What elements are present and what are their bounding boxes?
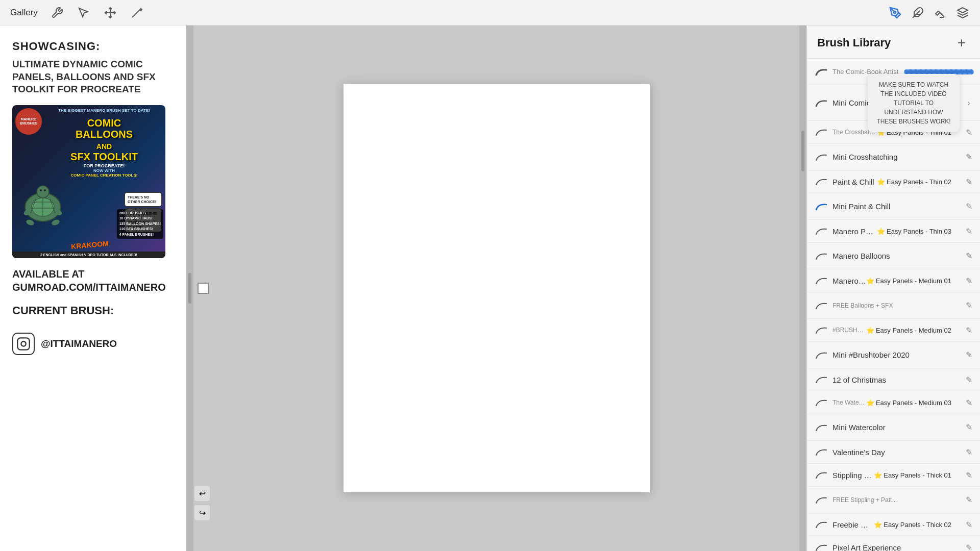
brush-edit-icon[interactable]: ✎ [964, 300, 974, 311]
instagram-row: @ittaimanero [12, 333, 174, 355]
brush-name: Valentine's Day [832, 448, 964, 457]
easy-panel-label: ⭐ Easy Panels - Thick 01 [874, 471, 964, 479]
easy-panel-label: ⭐ Easy Panels - Medium 02 [866, 327, 964, 334]
brush-edit-icon[interactable]: ✎ [964, 495, 974, 505]
brush-stroke-icon [813, 248, 829, 264]
brush-stroke-icon [813, 322, 829, 338]
canvas-checkbox[interactable] [198, 283, 209, 294]
brush-name: 12 of Christmas [832, 375, 964, 384]
list-item[interactable]: Freebie Of The Month ⭐ Easy Panels - Thi… [807, 513, 980, 536]
brush-edit-icon[interactable]: ✎ [964, 152, 974, 162]
brush-edit-icon[interactable]: › [964, 98, 974, 108]
list-item[interactable]: Mini Paint & Chill ✎ [807, 193, 980, 220]
brush-stroke-icon [813, 173, 829, 190]
brush-edit-icon[interactable]: ✎ [964, 177, 974, 187]
list-item[interactable]: #BRUSHTOBER 2020 ⭐ Easy Panels - Medium … [807, 319, 980, 342]
brush-edit-icon[interactable]: ✎ [964, 397, 974, 408]
brush-stroke-icon [813, 444, 829, 460]
brush-name: Stippling + Patterns [832, 471, 874, 480]
gallery-button[interactable]: Gallery [10, 8, 38, 18]
list-item[interactable]: Valentine's Day ✎ [807, 441, 980, 464]
brush-stroke-icon [813, 394, 829, 411]
brush-name: Mini Paint & Chill [832, 202, 964, 211]
brush-edit-icon[interactable]: ✎ [964, 447, 974, 457]
brush-stroke-icon [813, 124, 829, 140]
brush-stroke-icon [813, 272, 829, 289]
svg-point-9 [37, 186, 49, 198]
undo-button[interactable]: ↩ [194, 486, 210, 501]
brush-edit-icon[interactable]: ✎ [964, 251, 974, 261]
selection-icon[interactable] [77, 6, 91, 20]
eraser-icon[interactable] [933, 6, 947, 20]
brush-edit-icon[interactable]: ✎ [964, 325, 974, 335]
brush-stroke-icon [813, 198, 829, 215]
comic-main-title: COMICBALLOONSANDSFX TOOLKIT [46, 117, 162, 162]
brush-library-panel: Brush Library + The Comic-Book Artist [806, 26, 980, 551]
pencil-icon[interactable] [130, 6, 144, 20]
list-item[interactable]: FREE Balloons + SFX ✎ [807, 292, 980, 319]
brush-name: #BRUSHTOBER 2020 [832, 327, 866, 334]
canvas-right-bar [799, 26, 806, 551]
current-brush-label: Current Brush: [12, 304, 174, 317]
brush-stroke-icon [813, 95, 829, 111]
transform-icon[interactable] [103, 6, 117, 20]
brush-stroke-icon [813, 516, 829, 533]
brush-stroke-icon [813, 297, 829, 314]
pen-tool-icon[interactable] [888, 6, 902, 20]
wrench-icon[interactable] [50, 6, 64, 20]
list-item[interactable]: 12 of Christmas ✎ [807, 368, 980, 391]
manero-badge: MANEROBRUSHES [19, 116, 38, 127]
product-title: Ultimate Dynamic Comic Panels, Balloons … [12, 58, 174, 96]
brush-edit-icon[interactable]: ✎ [964, 350, 974, 360]
easy-panel-label: ⭐ Easy Panels - Medium 01 [866, 277, 964, 285]
brush-edit-icon[interactable]: ✎ [964, 519, 974, 530]
list-item[interactable]: Paint & Chill ⭐ Easy Panels - Thin 02 ✎ [807, 170, 980, 193]
size-slider[interactable] [188, 273, 191, 304]
list-item[interactable]: Stippling + Patterns ⭐ Easy Panels - Thi… [807, 464, 980, 487]
opacity-slider[interactable] [801, 131, 804, 171]
redo-button[interactable]: ↪ [194, 505, 210, 520]
brush-edit-icon[interactable]: ✎ [964, 202, 974, 212]
brush-add-button[interactable]: + [953, 35, 970, 51]
brush-edit-icon[interactable]: ✎ [964, 470, 974, 480]
instagram-handle: @ittaimanero [41, 338, 117, 349]
list-item[interactable]: The Watercolor Exper... ⭐ Easy Panels - … [807, 391, 980, 414]
svg-point-11 [44, 189, 46, 191]
brush-name: Mini #Brushtober 2020 [832, 350, 964, 359]
canvas-area: ↩ ↪ [186, 26, 806, 551]
list-item[interactable]: Mini Watercolor ✎ [807, 414, 980, 441]
brush-stroke-icon [813, 64, 829, 80]
svg-point-3 [894, 11, 896, 13]
brush-name: FREE Balloons + SFX [832, 302, 964, 309]
main-content: Showcasing: Ultimate Dynamic Comic Panel… [0, 26, 980, 551]
canvas-left-bar [186, 26, 193, 551]
brush-edit-icon[interactable]: ✎ [964, 276, 974, 286]
brush-stroke-icon [813, 539, 829, 551]
brush-list: The Comic-Book Artist Mini Comic Set MAK… [807, 59, 980, 551]
brush-edit-icon[interactable]: ✎ [964, 127, 974, 137]
list-item[interactable]: Manero Balloons ✎ [807, 243, 980, 269]
easy-panel-label: ⭐ Easy Panels - Thin 02 [877, 178, 964, 186]
list-item[interactable]: Mini Comic Set MAKE SURE TO WATCH THE IN… [807, 85, 980, 121]
list-item[interactable]: FREE Stippling + Patt... ✎ [807, 487, 980, 513]
list-item[interactable]: Mini Crosshatching ✎ [807, 144, 980, 170]
smudge-icon[interactable] [911, 6, 925, 20]
product-image: MANEROBRUSHES THE BIGGEST MANERO BRUSH S… [12, 105, 165, 258]
layers-icon[interactable] [955, 6, 970, 20]
brush-edit-icon[interactable]: ✎ [964, 542, 974, 551]
brush-stroke-icon [813, 347, 829, 363]
turtle-graphic [17, 177, 68, 233]
instagram-icon[interactable] [12, 333, 35, 355]
toolbar-right [888, 6, 970, 20]
list-item[interactable]: Manero Panels ⭐ Easy Panels - Thin 03 ✎ [807, 220, 980, 243]
brush-edit-icon[interactable]: ✎ [964, 374, 974, 385]
brush-name: Manero Panels [832, 227, 877, 236]
easy-panel-label: ⭐ Easy Panels - Medium 03 [866, 399, 964, 407]
canvas-drawing-area[interactable] [344, 84, 650, 492]
list-item[interactable]: Mini #Brushtober 2020 ✎ [807, 342, 980, 368]
brush-edit-icon[interactable]: ✎ [964, 226, 974, 236]
brush-edit-icon[interactable]: ✎ [964, 422, 974, 433]
toolbar: Gallery [0, 0, 980, 26]
list-item[interactable]: Manero Sfx ⭐ Easy Panels - Medium 01 ✎ [807, 269, 980, 292]
list-item[interactable]: Pixel Art Experience ✎ [807, 536, 980, 551]
